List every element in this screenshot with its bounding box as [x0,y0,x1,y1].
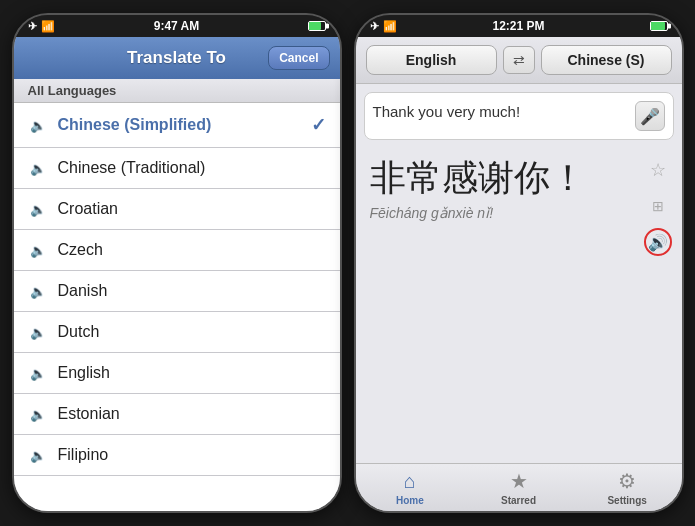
star-icon: ☆ [650,159,666,181]
speaker-icon: 🔈 [28,324,48,340]
translation-area: 非常感谢你！ Fēicháng gǎnxiè nǐ! ☆ ⊞ 🔊 [356,148,682,463]
speaker-button[interactable]: 🔊 [644,228,672,256]
star-button[interactable]: ☆ [644,156,672,184]
list-item[interactable]: 🔈 Dutch [14,312,340,353]
list-item[interactable]: 🔈 Estonian [14,394,340,435]
translate-to-header: Translate To Cancel [14,37,340,79]
phone2-content: English ⇄ Chinese (S) Thank you very muc… [356,37,682,511]
language-name: Filipino [58,446,326,464]
battery-2 [650,21,668,31]
expand-button[interactable]: ⊞ [644,192,672,220]
airplane-icon-2: ✈ [370,20,379,33]
language-name: English [58,364,326,382]
wifi-icon-2: 📶 [383,20,397,33]
swap-button[interactable]: ⇄ [503,46,535,74]
tab-bar: ⌂ Home ★ Starred ⚙ Settings [356,463,682,511]
phone-1: ✈ 📶 9:47 AM Translate To Cancel All Lang… [12,13,342,513]
language-list: 🔈 Chinese (Simplified) ✓ 🔈 Chinese (Trad… [14,103,340,511]
action-icons: ☆ ⊞ 🔊 [644,156,672,256]
speaker-icon: 🔈 [28,283,48,299]
tab-label: Starred [501,495,536,506]
tab-icon: ⚙ [618,469,636,493]
phone1-content: Translate To Cancel All Languages 🔈 Chin… [14,37,340,511]
tab-home[interactable]: ⌂ Home [356,464,465,511]
swap-icon: ⇄ [513,52,525,68]
wifi-icon-1: 📶 [41,20,55,33]
source-lang-button[interactable]: English [366,45,497,75]
input-text[interactable]: Thank you very much! [373,101,629,122]
mic-icon: 🎤 [640,107,660,126]
section-header: All Languages [14,79,340,103]
cancel-button[interactable]: Cancel [268,46,329,70]
language-name: Estonian [58,405,326,423]
time-1: 9:47 AM [154,19,200,33]
speaker-icon: 🔈 [28,447,48,463]
expand-icon: ⊞ [652,198,664,214]
status-bar-1: ✈ 📶 9:47 AM [14,15,340,37]
language-name: Czech [58,241,326,259]
translated-pinyin: Fēicháng gǎnxiè nǐ! [370,205,668,221]
language-name: Chinese (Simplified) [58,116,301,134]
speaker-icon: 🔈 [28,365,48,381]
speaker-icon: 🔊 [648,233,668,252]
tab-label: Settings [607,495,646,506]
input-area: Thank you very much! 🎤 [364,92,674,140]
speaker-icon: 🔈 [28,117,48,133]
tab-icon: ★ [510,469,528,493]
battery-1 [308,21,326,31]
checkmark-icon: ✓ [311,114,326,136]
tab-icon: ⌂ [404,470,416,493]
list-item[interactable]: 🔈 Czech [14,230,340,271]
target-lang-button[interactable]: Chinese (S) [541,45,672,75]
list-item[interactable]: 🔈 Filipino [14,435,340,476]
list-item[interactable]: 🔈 Chinese (Simplified) ✓ [14,103,340,148]
phones-container: ✈ 📶 9:47 AM Translate To Cancel All Lang… [12,13,684,513]
speaker-icon: 🔈 [28,242,48,258]
list-item[interactable]: 🔈 Chinese (Traditional) [14,148,340,189]
list-item[interactable]: 🔈 Danish [14,271,340,312]
status-bar-2: ✈ 📶 12:21 PM [356,15,682,37]
phone-2: ✈ 📶 12:21 PM English ⇄ Chinese (S) [354,13,684,513]
tab-label: Home [396,495,424,506]
translator-header: English ⇄ Chinese (S) [356,37,682,84]
language-name: Dutch [58,323,326,341]
translated-main-text: 非常感谢你！ [370,156,668,199]
language-name: Chinese (Traditional) [58,159,326,177]
speaker-icon: 🔈 [28,406,48,422]
time-2: 12:21 PM [492,19,544,33]
airplane-icon-1: ✈ [28,20,37,33]
speaker-icon: 🔈 [28,201,48,217]
speaker-icon: 🔈 [28,160,48,176]
translate-to-title: Translate To [127,48,226,68]
mic-button[interactable]: 🎤 [635,101,665,131]
list-item[interactable]: 🔈 Croatian [14,189,340,230]
language-name: Croatian [58,200,326,218]
tab-starred[interactable]: ★ Starred [464,464,573,511]
tab-settings[interactable]: ⚙ Settings [573,464,682,511]
language-name: Danish [58,282,326,300]
list-item[interactable]: 🔈 English [14,353,340,394]
